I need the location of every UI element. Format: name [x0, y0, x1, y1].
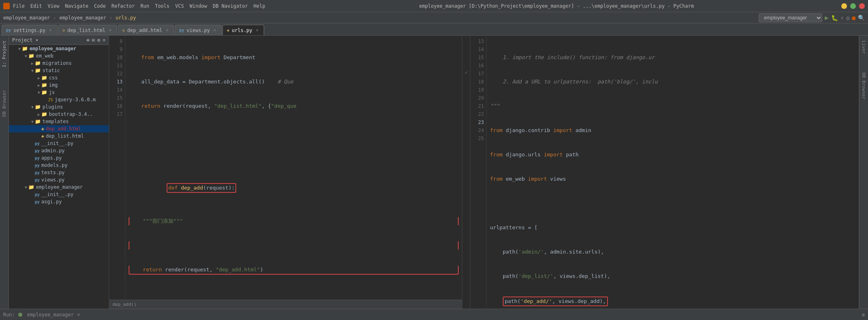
menu-file[interactable]: File — [13, 3, 25, 9]
left-code-lines[interactable]: from em_web.models import Department all… — [125, 36, 462, 309]
tree-item-views[interactable]: py views.py — [9, 176, 109, 183]
right-tab-db[interactable]: DB Browser — [860, 69, 867, 102]
search-icon[interactable]: 🔍 — [858, 15, 865, 21]
window-controls[interactable] — [841, 3, 865, 9]
tree-gear-icon[interactable]: ⚙ — [97, 37, 100, 43]
side-panel-tabs: 1: Project DB Browser — [0, 36, 9, 309]
tab-close-dep-add[interactable]: × — [165, 28, 169, 33]
menu-tools[interactable]: Tools — [155, 3, 169, 9]
menu-edit[interactable]: Edit — [30, 3, 42, 9]
coverage-icon[interactable]: ◎ — [846, 15, 849, 21]
menu-bar[interactable]: File Edit View Navigate Code Refactor Ru… — [13, 3, 265, 9]
tab-close-settings[interactable]: × — [48, 28, 53, 33]
tab-icon-dep-add: ◇ — [122, 28, 125, 32]
main-layout: 1: Project DB Browser Project ▾ ⊕ ⊟ ⚙ × … — [0, 36, 868, 309]
right-editor-pane[interactable]: 13 14 15 16 17 18 19 20 21 22 23 24 25 1… — [470, 36, 859, 309]
tab-close-views[interactable]: × — [212, 28, 217, 33]
tree-label-tests: tests.py — [41, 170, 65, 175]
project-header: Project ▾ ⊕ ⊟ ⚙ × — [9, 36, 109, 45]
close-button[interactable] — [859, 3, 865, 9]
tab-dep-list-html[interactable]: ◇ dep_list.html × — [58, 25, 117, 35]
tree-item-init-em[interactable]: py __init__.py — [9, 140, 109, 147]
menu-vcs[interactable]: VCS — [175, 3, 184, 9]
tree-item-tests[interactable]: py tests.py — [9, 169, 109, 176]
menu-help[interactable]: Help — [254, 3, 265, 9]
right-line-numbers: 13 14 15 16 17 18 19 20 21 22 23 24 25 — [470, 36, 487, 309]
minimize-button[interactable] — [841, 3, 847, 9]
tab-icon-views: py — [179, 28, 184, 32]
menu-run[interactable]: Run — [140, 3, 149, 9]
tree-item-init-proj[interactable]: py __init__.py — [9, 191, 109, 198]
maximize-button[interactable] — [850, 3, 856, 9]
right-code-content: 13 14 15 16 17 18 19 20 21 22 23 24 25 1… — [470, 36, 859, 309]
tree-item-css[interactable]: ▶ 📁 css — [9, 74, 109, 81]
run-icon[interactable]: ▶ — [825, 14, 829, 21]
tree-label-static: static — [42, 68, 60, 73]
right-tab-liver[interactable]: Liver — [860, 37, 867, 57]
profile-icon[interactable]: ⚡ — [840, 15, 844, 21]
tab-close-dep-list[interactable]: × — [108, 28, 112, 33]
tab-icon-dep-list: ◇ — [63, 28, 65, 32]
tree-item-asgi[interactable]: py asgi.py — [9, 198, 109, 205]
tree-item-static[interactable]: ▼ 📁 static — [9, 67, 109, 74]
tree-item-apps[interactable]: py apps.py — [9, 154, 109, 162]
sidebar-item-db-browser[interactable]: DB Browser — [1, 87, 8, 120]
menu-window[interactable]: Window — [190, 3, 207, 9]
breadcrumb-subproject[interactable]: employee_manager — [59, 15, 106, 21]
menu-db-navigator[interactable]: DB Navigator — [213, 3, 248, 9]
rcode-line-18: from em_web import views — [490, 175, 855, 183]
rcode-line-22: path('dep_list/', views.dep_list), — [490, 272, 855, 280]
breadcrumb-file[interactable]: urls.py — [116, 15, 136, 21]
tree-item-dep-list-html[interactable]: ◈ dep_list.html — [9, 132, 109, 140]
tree-label-css: css — [49, 75, 58, 81]
status-gear-icon[interactable]: ⚙ — [862, 312, 865, 318]
tab-settings-py[interactable]: py settings.py × — [2, 25, 57, 35]
tree-item-img[interactable]: ▶ 📁 img — [9, 81, 109, 89]
tree-item-employee-manager-root[interactable]: ▼ 📁 employee_manager — [9, 45, 109, 52]
rcode-line-15: """ — [490, 102, 855, 110]
tree-item-migrations[interactable]: ▶ 📁 migrations — [9, 60, 109, 67]
tree-item-em-web[interactable]: ▼ 📁 em_web — [9, 52, 109, 60]
breadcrumb[interactable]: employee_manager › employee_manager › ur… — [3, 15, 136, 21]
run-config-dropdown[interactable]: employee_manager — [759, 13, 822, 22]
tree-label-jquery: jquery-3.6.0.m — [55, 97, 95, 102]
code-line-10: return render(request, "dep_list.html", … — [129, 102, 459, 110]
debug-icon[interactable]: 🐛 — [831, 15, 838, 21]
status-project-name: employee_manager — [27, 312, 74, 318]
tab-icon-settings: py — [6, 28, 11, 32]
tree-item-employee-manager-sub[interactable]: ▼ 📁 employee_manager — [9, 183, 109, 191]
code-line-17 — [129, 291, 459, 299]
menu-view[interactable]: View — [48, 3, 59, 9]
left-breadcrumb-bottom: dep_add() — [109, 300, 462, 309]
code-line-11 — [129, 126, 459, 134]
breadcrumb-project[interactable]: employee_manager — [3, 15, 50, 21]
right-code-lines[interactable]: 1. import the include() function: from d… — [487, 36, 859, 309]
menu-code[interactable]: Code — [94, 3, 106, 9]
code-line-16: return render(request, "dep_add.html") — [129, 266, 459, 275]
tab-views-py[interactable]: py views.py × — [175, 25, 222, 35]
tab-label-views: views.py — [186, 28, 210, 33]
tree-label-apps: apps.py — [41, 155, 62, 161]
tree-item-dep-add-html[interactable]: ◈ dep_add.html — [9, 125, 109, 132]
tree-item-templates[interactable]: ▼ 📁 templates — [9, 118, 109, 125]
tree-item-bootstrap[interactable]: ▶ 📁 bootstrap-3.4.. — [9, 111, 109, 118]
tab-label-settings: settings.py — [13, 28, 45, 33]
tab-dep-add-html[interactable]: ◇ dep_add.html × — [118, 25, 174, 35]
stop-icon[interactable]: ■ — [852, 15, 855, 21]
tree-item-admin[interactable]: py admin.py — [9, 147, 109, 154]
status-close-icon[interactable]: × — [77, 312, 80, 318]
menu-refactor[interactable]: Refactor — [111, 3, 135, 9]
sidebar-item-project[interactable]: 1: Project — [1, 37, 8, 70]
tree-item-js[interactable]: ▼ 📁 js — [9, 89, 109, 96]
tab-urls-py[interactable]: ◈ urls.py × — [222, 25, 264, 35]
menu-navigate[interactable]: Navigate — [65, 3, 89, 9]
rcode-line-13: 1. import the include() function: from d… — [490, 53, 855, 62]
tree-collapse-icon[interactable]: ⊟ — [92, 37, 95, 43]
tree-item-plugins[interactable]: ▼ 📁 plugins — [9, 103, 109, 111]
tree-item-models[interactable]: py models.py — [9, 162, 109, 169]
tree-add-icon[interactable]: ⊕ — [87, 37, 89, 43]
tree-item-jquery[interactable]: JS jquery-3.6.0.m — [9, 96, 109, 103]
left-editor-pane[interactable]: 8 9 10 11 12 13 14 15 16 17 from em_web.… — [109, 36, 462, 309]
tree-close-icon[interactable]: × — [103, 37, 106, 43]
tab-close-urls[interactable]: × — [255, 28, 260, 33]
